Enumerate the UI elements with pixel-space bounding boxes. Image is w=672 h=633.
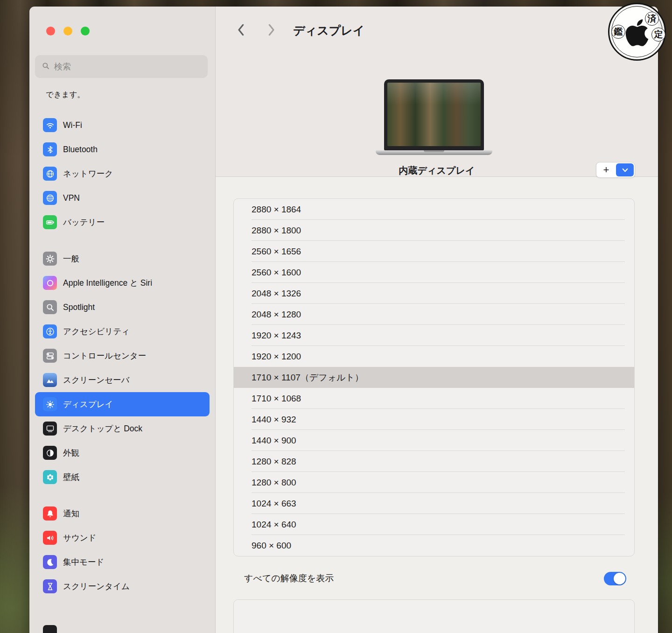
sidebar-item-notifications[interactable]: 通知 [35, 501, 210, 526]
sidebar-item-label: Apple Intelligence と Siri [63, 277, 152, 288]
sidebar-item-sound[interactable]: サウンド [35, 526, 210, 550]
sidebar-item-control-center[interactable]: コントロールセンター [35, 344, 210, 368]
gear-icon [43, 252, 57, 266]
system-settings-window: 検索 できます。 Wi-Fi Bluetooth ネットワーク [29, 7, 658, 633]
wallpaper-flower-icon [43, 470, 57, 484]
desktop-dock-icon [43, 422, 57, 436]
resolution-option[interactable]: 2048 × 1280 [234, 304, 634, 325]
sidebar-item-label: ディスプレイ [63, 399, 113, 410]
appraisal-watermark-stamp: 鑑 済 定 [608, 3, 666, 61]
sidebar-item-screen-time[interactable]: スクリーンタイム [35, 574, 210, 598]
sidebar-item-appearance[interactable]: 外観 [35, 441, 210, 465]
sidebar-item-wallpaper[interactable]: 壁紙 [35, 465, 210, 489]
display-settings-panel: ディスプレイ 内蔵ディスプレイ + 2880 × 1864 2880 × 180… [216, 7, 658, 633]
resolution-option-selected[interactable]: 1710 × 1107（デフォルト） [234, 367, 634, 388]
resolution-option[interactable]: 1280 × 828 [234, 451, 634, 472]
resolution-option[interactable]: 2560 × 1600 [234, 262, 634, 283]
sidebar-item-wifi[interactable]: Wi-Fi [35, 113, 210, 137]
resolution-option[interactable]: 1920 × 1243 [234, 325, 634, 346]
toggle-knob [614, 573, 625, 584]
add-display-button[interactable]: + [596, 163, 616, 177]
apple-intelligence-icon [43, 276, 57, 290]
speaker-icon [43, 531, 57, 545]
sidebar-item-label: 壁紙 [63, 471, 79, 483]
resolution-option[interactable]: 1920 × 1200 [234, 346, 634, 367]
search-input[interactable]: 検索 [35, 55, 208, 78]
add-display-control: + [596, 162, 635, 178]
sidebar-item-label: バッテリー [63, 217, 105, 228]
resolution-option[interactable]: 1024 × 640 [234, 514, 634, 535]
sidebar-item-label: スクリーンセーバ [63, 374, 129, 386]
sidebar-item-label: ネットワーク [63, 168, 113, 179]
vpn-globe-icon [43, 191, 57, 205]
next-section-card [233, 599, 635, 633]
search-hint-text: できます。 [46, 90, 85, 100]
resolution-option[interactable]: 2880 × 1864 [234, 199, 634, 220]
resolution-option[interactable]: 1440 × 900 [234, 430, 634, 451]
add-display-dropdown[interactable] [616, 163, 634, 176]
sidebar-item-bluetooth[interactable]: Bluetooth [35, 137, 210, 162]
traffic-lights [46, 27, 90, 35]
sidebar-item-battery[interactable]: バッテリー [35, 210, 210, 234]
forward-button[interactable] [268, 23, 275, 38]
sidebar-item-vpn[interactable]: VPN [35, 186, 210, 210]
close-button[interactable] [46, 27, 55, 35]
bluetooth-icon [43, 142, 57, 156]
accessibility-icon [43, 324, 57, 338]
stamp-kanji-3: 定 [651, 28, 665, 42]
stamp-kanji-2: 済 [645, 12, 659, 26]
display-preview [376, 79, 492, 155]
resolution-option[interactable]: 2880 × 1800 [234, 220, 634, 241]
panel-header: ディスプレイ 内蔵ディスプレイ + [216, 7, 658, 177]
sidebar-item-label: アクセシビリティ [63, 326, 130, 337]
sidebar-item-label: スクリーンタイム [63, 581, 130, 592]
magnifier-icon [43, 300, 57, 314]
resolution-option[interactable]: 1710 × 1068 [234, 388, 634, 409]
resolution-option[interactable]: 1280 × 800 [234, 472, 634, 493]
sidebar-item-partial[interactable] [35, 620, 210, 633]
sidebar-item-desktop-dock[interactable]: デスクトップと Dock [35, 416, 210, 441]
show-all-resolutions-label: すべての解像度を表示 [244, 572, 334, 584]
sidebar-item-label: Wi-Fi [63, 120, 82, 130]
battery-icon [43, 215, 57, 229]
resolution-list: 2880 × 1864 2880 × 1800 2560 × 1656 2560… [233, 198, 635, 556]
sidebar-item-displays[interactable]: ディスプレイ [35, 392, 210, 416]
sidebar-item-apple-intelligence-siri[interactable]: Apple Intelligence と Siri [35, 271, 210, 295]
brightness-icon [43, 397, 57, 411]
zoom-button[interactable] [81, 27, 90, 35]
search-placeholder: 検索 [54, 61, 71, 72]
sidebar-item-label: 集中モード [63, 556, 104, 568]
sidebar-item-label: 一般 [63, 253, 79, 264]
back-button[interactable] [237, 23, 245, 38]
sidebar-item-accessibility[interactable]: アクセシビリティ [35, 319, 210, 344]
globe-icon [43, 167, 57, 181]
resolution-option[interactable]: 1440 × 932 [234, 409, 634, 430]
macbook-base [376, 150, 492, 155]
stamp-kanji-1: 鑑 [611, 25, 625, 39]
display-name-label: 内蔵ディスプレイ [216, 164, 658, 177]
sidebar-item-screen-saver[interactable]: スクリーンセーバ [35, 368, 210, 392]
show-all-resolutions-row: すべての解像度を表示 [233, 567, 635, 590]
page-title: ディスプレイ [293, 23, 365, 38]
sidebar-item-focus[interactable]: 集中モード [35, 550, 210, 574]
hourglass-icon [43, 579, 57, 593]
bell-icon [43, 506, 57, 520]
sidebar-item-label: サウンド [63, 532, 97, 543]
sidebar-item-label: Bluetooth [63, 145, 98, 155]
control-center-icon [43, 349, 57, 363]
macbook-wallpaper-thumbnail [387, 83, 481, 146]
minimize-button[interactable] [63, 27, 72, 35]
resolution-option[interactable]: 2560 × 1656 [234, 241, 634, 262]
resolution-option[interactable]: 1024 × 663 [234, 493, 634, 514]
screensaver-icon [43, 373, 57, 387]
sidebar-item-label: 外観 [63, 447, 79, 458]
resolution-option[interactable]: 960 × 600 [234, 535, 634, 556]
sidebar-item-label: 通知 [63, 508, 79, 519]
sidebar-nav: Wi-Fi Bluetooth ネットワーク VPN バッテリー [35, 113, 210, 633]
sidebar: 検索 できます。 Wi-Fi Bluetooth ネットワーク [29, 7, 216, 633]
resolution-option[interactable]: 2048 × 1326 [234, 283, 634, 304]
show-all-resolutions-toggle[interactable] [604, 572, 626, 585]
sidebar-item-network[interactable]: ネットワーク [35, 162, 210, 186]
sidebar-item-general[interactable]: 一般 [35, 246, 210, 271]
sidebar-item-spotlight[interactable]: Spotlight [35, 295, 210, 319]
